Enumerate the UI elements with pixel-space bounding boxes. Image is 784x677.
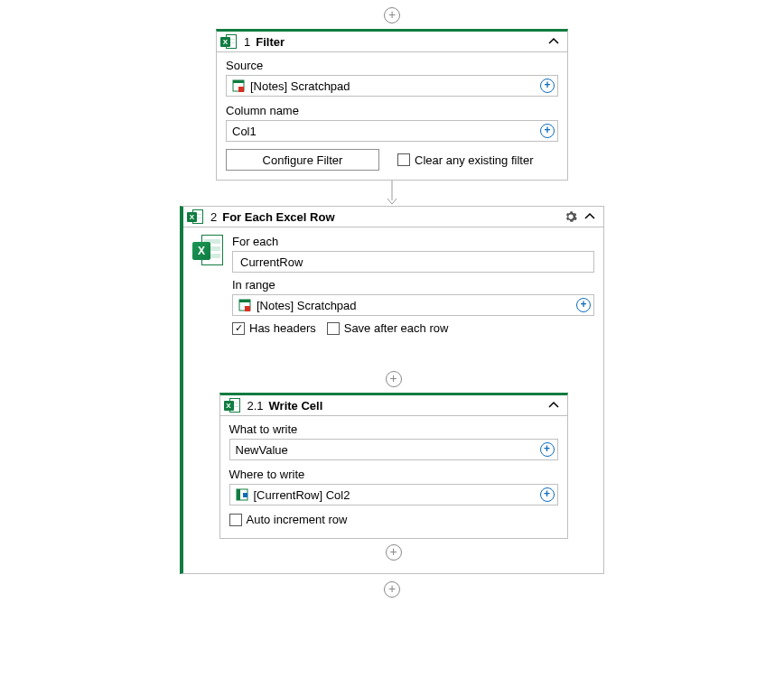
has-headers-label: Has headers — [249, 321, 316, 335]
foreach-header[interactable]: X 2 For Each Excel Row — [183, 207, 603, 227]
filter-header[interactable]: X 1 Filter — [217, 32, 567, 52]
excel-icon: X — [220, 34, 237, 49]
writecell-header[interactable]: X 2.1 Write Cell — [220, 395, 567, 416]
configure-filter-button[interactable]: Configure Filter — [226, 149, 379, 171]
add-step-inner-bottom[interactable] — [386, 544, 402, 561]
svg-rect-9 — [243, 493, 247, 497]
svg-rect-2 — [238, 87, 244, 92]
writecell-number: 2.1 — [247, 399, 264, 413]
for-each-field[interactable] — [232, 251, 594, 273]
what-value: NewValue — [236, 443, 288, 457]
cell-ref-icon — [236, 488, 248, 501]
svg-rect-5 — [239, 300, 250, 302]
collapse-icon[interactable] — [583, 210, 596, 223]
checkbox-box — [327, 322, 340, 335]
for-each-input[interactable] — [238, 255, 588, 270]
source-label: Source — [226, 59, 558, 72]
column-value: Col1 — [232, 125, 257, 138]
add-step-inner-top[interactable] — [386, 371, 402, 387]
in-range-field[interactable]: [Notes] Scratchpad — [232, 294, 594, 316]
checkbox-box — [397, 153, 410, 166]
svg-rect-1 — [233, 80, 244, 83]
column-field[interactable]: Col1 — [226, 120, 558, 142]
add-step-top[interactable] — [384, 7, 400, 23]
plus-icon[interactable] — [540, 442, 555, 457]
foreach-number: 2 — [210, 210, 217, 224]
excel-icon: X — [224, 398, 240, 413]
filter-activity: X 1 Filter Source [Notes] Scratchpad Col… — [216, 29, 568, 181]
svg-rect-8 — [237, 489, 240, 500]
in-range-label: In range — [232, 278, 594, 292]
range-icon — [232, 79, 245, 92]
foreach-body: X For each In range [Notes] Scratchpad — [183, 227, 603, 344]
gear-icon[interactable] — [564, 209, 578, 224]
checkbox-box — [229, 514, 242, 526]
where-label: Where to write — [229, 468, 558, 481]
workflow-canvas: X 1 Filter Source [Notes] Scratchpad Col… — [0, 0, 784, 598]
collapse-icon[interactable] — [547, 35, 560, 48]
plus-icon[interactable] — [540, 487, 555, 502]
writecell-body: What to write NewValue Where to write [C… — [220, 416, 567, 538]
svg-rect-6 — [245, 306, 250, 311]
source-field[interactable]: [Notes] Scratchpad — [226, 75, 558, 97]
filter-body: Source [Notes] Scratchpad Column name Co… — [217, 52, 567, 180]
plus-icon[interactable] — [576, 298, 591, 312]
connector-arrow — [0, 181, 784, 206]
clear-existing-checkbox[interactable]: Clear any existing filter — [397, 153, 534, 167]
save-after-checkbox[interactable]: Save after each row — [327, 321, 449, 335]
where-value: [CurrentRow] Col2 — [254, 488, 350, 502]
excel-icon-large: X — [192, 235, 223, 265]
range-icon — [238, 299, 251, 311]
where-field[interactable]: [CurrentRow] Col2 — [229, 484, 558, 505]
has-headers-checkbox[interactable]: Has headers — [232, 321, 316, 335]
excel-icon: X — [187, 209, 203, 224]
for-each-label: For each — [232, 235, 594, 248]
source-value: [Notes] Scratchpad — [250, 79, 350, 93]
column-label: Column name — [226, 104, 558, 117]
configure-filter-label: Configure Filter — [263, 153, 343, 167]
plus-icon[interactable] — [540, 124, 555, 138]
auto-increment-checkbox[interactable]: Auto increment row — [229, 513, 348, 526]
foreach-activity: X 2 For Each Excel Row X For each — [180, 206, 604, 574]
save-after-label: Save after each row — [344, 321, 449, 335]
writecell-title: Write Cell — [269, 399, 323, 413]
checkbox-box — [232, 322, 245, 335]
what-field[interactable]: NewValue — [229, 439, 558, 460]
filter-number: 1 — [244, 35, 250, 49]
clear-existing-label: Clear any existing filter — [415, 153, 534, 167]
auto-increment-label: Auto increment row — [247, 513, 348, 526]
filter-title: Filter — [256, 35, 285, 49]
add-step-bottom[interactable] — [384, 581, 400, 598]
plus-icon[interactable] — [540, 79, 555, 93]
foreach-title: For Each Excel Row — [222, 210, 334, 224]
foreach-container: X 2.1 Write Cell What to write NewValue — [183, 344, 603, 573]
collapse-icon[interactable] — [547, 399, 560, 412]
what-label: What to write — [229, 422, 558, 436]
writecell-activity: X 2.1 Write Cell What to write NewValue — [219, 393, 568, 539]
in-range-value: [Notes] Scratchpad — [257, 299, 357, 312]
